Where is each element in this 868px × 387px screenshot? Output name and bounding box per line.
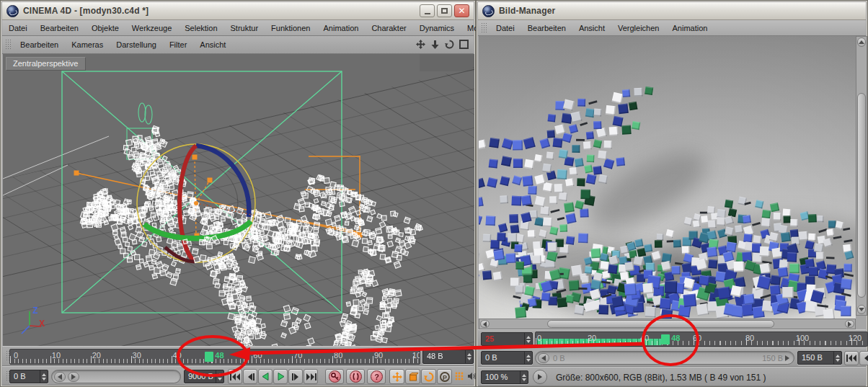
rotate-view-icon[interactable] [444, 39, 455, 50]
zoom-level-field[interactable]: 100 % [481, 370, 528, 384]
vertical-scroll-thumb[interactable] [857, 93, 866, 298]
keyframe-help-button[interactable]: ? [367, 369, 386, 384]
rotate-tool-button[interactable] [421, 369, 436, 384]
record-keyframe-icon [329, 370, 341, 383]
autokey-button[interactable] [346, 369, 365, 384]
vertical-scrollbar[interactable] [856, 36, 867, 316]
current-frame-field[interactable]: 48 B [422, 350, 474, 364]
play-backwards-button[interactable] [258, 369, 273, 384]
toolbar-grip-handle[interactable] [5, 39, 12, 50]
ruler-tick-label: 20 [588, 334, 596, 342]
minimize-icon [425, 13, 430, 14]
ruler-tick-label: 70 [293, 351, 302, 360]
minimize-button[interactable] [420, 4, 435, 17]
next-frame-icon [290, 373, 302, 381]
start-frame-spinner[interactable] [40, 370, 48, 383]
goto-start-button[interactable] [844, 351, 859, 365]
next-frame-button[interactable] [288, 369, 303, 384]
maximize-view-icon[interactable] [459, 39, 469, 50]
range-right-arrow-icon [785, 355, 789, 361]
menu-item-animation[interactable]: Animation [316, 24, 365, 32]
box-tool-icon [407, 371, 419, 383]
scroll-up-button[interactable] [857, 37, 866, 47]
menu-item-darstellung[interactable]: Darstellung [110, 40, 163, 49]
play-forwards-button[interactable] [273, 369, 288, 384]
framerate-field[interactable]: 25 [481, 332, 533, 346]
box-tool-button[interactable] [405, 369, 420, 384]
menu-item-struktur[interactable]: Struktur [224, 24, 265, 32]
range-right-handle[interactable] [68, 372, 79, 382]
menu-item-bearbeiten[interactable]: Bearbeiten [521, 24, 572, 32]
titlebar[interactable]: Bild-Manager [478, 2, 866, 20]
menu-item-bearbeiten[interactable]: Bearbeiten [14, 40, 65, 49]
previous-frame-button[interactable] [243, 369, 257, 384]
pan-icon[interactable] [415, 39, 426, 50]
menu-item-funktionen[interactable]: Funktionen [265, 24, 316, 32]
scroll-right-button[interactable] [845, 320, 854, 328]
menu-item-vergleichen[interactable]: Vergleichen [611, 24, 666, 32]
framerate-spinner[interactable] [524, 333, 532, 345]
maximize-button[interactable] [437, 4, 452, 17]
goto-end-button[interactable] [304, 369, 318, 384]
play-icon [538, 374, 542, 380]
zoom-spinner[interactable] [520, 371, 528, 383]
menu-item-ansicht[interactable]: Ansicht [193, 40, 232, 49]
menu-item-datei[interactable]: Datei [490, 24, 521, 32]
close-button[interactable]: ✕ [454, 4, 469, 17]
grid-snap-button[interactable] [454, 371, 464, 384]
goto-start-button[interactable] [228, 369, 242, 384]
goto-start-icon [229, 373, 242, 381]
ruler-tick-label: 80 [745, 334, 754, 342]
end-frame-spinner[interactable] [216, 370, 223, 383]
pv-range-slider[interactable]: 0 B 150 B [535, 351, 794, 365]
maximize-icon [441, 8, 448, 14]
menu-item-animation[interactable]: Animation [665, 24, 714, 32]
current-frame-marker[interactable] [205, 352, 213, 362]
menu-item-ansicht[interactable]: Ansicht [572, 24, 611, 32]
menu-item-selektion[interactable]: Selektion [178, 24, 223, 32]
menu-item-filter[interactable]: Filter [163, 40, 193, 49]
range-end-label: 150 B [762, 354, 783, 362]
timeline-ruler[interactable]: 0102030406070809010048 [9, 349, 420, 365]
pv-end-frame-field[interactable]: 150 B [797, 351, 842, 365]
menu-item-objekte[interactable]: Objekte [85, 24, 125, 32]
scroll-left-button[interactable] [480, 320, 490, 328]
horizontal-scrollbar[interactable] [479, 319, 856, 329]
coordinates-tool-button[interactable]: P [437, 369, 452, 384]
autokey-icon [350, 370, 362, 383]
ruler-tick-label: 20 [92, 351, 101, 360]
menu-item-kameras[interactable]: Kameras [65, 40, 110, 49]
pv-start-frame-field[interactable]: 0 B [481, 351, 533, 365]
range-left-handle[interactable] [54, 372, 66, 382]
previous-frame-button[interactable] [859, 351, 868, 365]
pv-range-left-handle[interactable] [538, 353, 549, 363]
horizontal-scroll-thumb[interactable] [547, 320, 774, 328]
end-frame-field[interactable]: 9000 B [184, 370, 224, 383]
record-keyframe-button[interactable] [325, 369, 344, 384]
timeline-range-slider[interactable] [51, 370, 181, 383]
menubar-grip-handle[interactable] [481, 22, 487, 34]
menu-item-charakter[interactable]: Charakter [365, 24, 412, 32]
ruler-tick-label: 0 [14, 351, 18, 360]
menu-item-datei[interactable]: Datei [2, 24, 34, 32]
play-backwards-icon [260, 372, 272, 381]
current-frame-marker[interactable] [661, 334, 670, 344]
zoom-icon[interactable] [430, 39, 440, 50]
scroll-down-button[interactable] [857, 305, 866, 314]
viewport-menu-items: BearbeitenKamerasDarstellungFilterAnsich… [14, 40, 232, 49]
start-frame-field[interactable]: 0 B [9, 370, 48, 383]
pv-start-spinner[interactable] [524, 352, 532, 364]
titlebar[interactable]: CINEMA 4D - [modyn30.c4d *] ✕ [2, 2, 474, 20]
pv-timeline-ruler[interactable]: 02040608010012048 [535, 332, 868, 347]
menu-item-dynamics[interactable]: Dynamics [413, 24, 461, 32]
menu-item-werkzeuge[interactable]: Werkzeuge [125, 24, 178, 32]
menu-item-bearbeiten[interactable]: Bearbeiten [34, 24, 85, 32]
3d-viewport[interactable]: Zentralperspektive Z X [3, 54, 474, 346]
play-render-button[interactable] [533, 370, 547, 384]
viewport-canvas[interactable] [3, 54, 474, 346]
viewport-camera-label[interactable]: Zentralperspektive [6, 57, 86, 71]
frame-spinner[interactable] [465, 350, 473, 363]
move-tool-button[interactable] [389, 369, 404, 384]
window-title: Bild-Manager [499, 6, 555, 16]
pv-end-spinner[interactable] [833, 352, 841, 364]
